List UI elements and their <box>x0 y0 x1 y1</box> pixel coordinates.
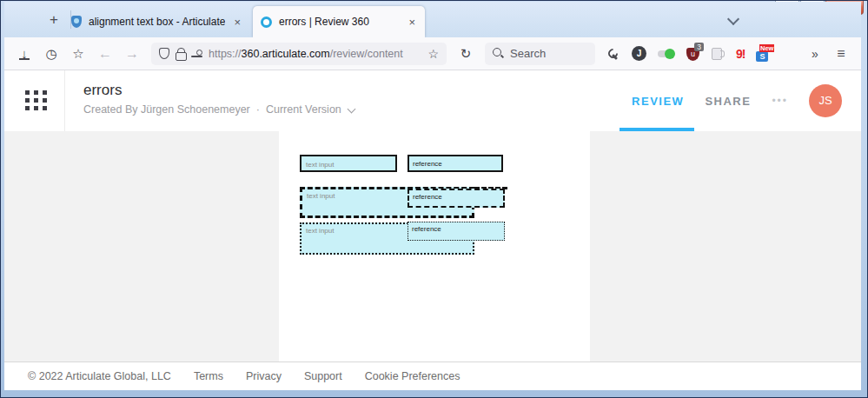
download-tray <box>19 58 30 60</box>
reference-solid: reference <box>407 155 503 172</box>
tab-strip: + alignment text box - Articulate S × er… <box>4 2 861 37</box>
snapshot-extension-icon[interactable]: S New <box>756 46 772 62</box>
overflow-chevron-icon[interactable]: » <box>806 47 822 61</box>
text-input-label: text input <box>306 227 334 235</box>
footer-link-privacy[interactable]: Privacy <box>246 370 282 382</box>
profile-j-extension-icon[interactable]: J <box>632 46 646 61</box>
created-by-text: Created By Jürgen Schoenemeyer <box>83 103 250 116</box>
page-subtitle: Created By Jürgen Schoenemeyer · Current… <box>83 103 355 116</box>
footer-link-terms[interactable]: Terms <box>194 370 223 382</box>
url-path: /review/content <box>330 48 403 60</box>
wrench-extension-icon[interactable] <box>606 47 620 61</box>
textbox-solid: text input <box>300 155 397 172</box>
more-menu-dots[interactable]: ••• <box>772 95 788 107</box>
tab-title: alignment text box - Articulate S <box>89 16 225 28</box>
footer-link-cookie-preferences[interactable]: Cookie Preferences <box>365 370 461 382</box>
reload-icon[interactable]: ↻ <box>458 46 474 62</box>
forward-icon[interactable]: → <box>124 46 140 62</box>
js-toggle-extension-icon[interactable] <box>658 49 675 59</box>
tab-title: errors | Review 360 <box>279 16 400 28</box>
downloads-icon[interactable]: ↓ <box>17 46 32 61</box>
shield-favicon-icon <box>71 16 82 28</box>
avatar[interactable]: JS <box>809 84 842 117</box>
tab-alignment-text-box[interactable]: alignment text box - Articulate S × <box>63 6 250 37</box>
mug-extension-icon[interactable] <box>712 48 725 59</box>
lock-icon[interactable] <box>176 48 185 60</box>
snapshot-s-glyph: S <box>756 51 768 62</box>
subtitle-separator: · <box>256 103 260 116</box>
reference-dotted: reference <box>407 222 505 241</box>
browser-client-area: + alignment text box - Articulate S × er… <box>4 2 861 390</box>
browser-window: + alignment text box - Articulate S × er… <box>0 0 868 398</box>
footer-link-support[interactable]: Support <box>304 370 342 382</box>
tab-review[interactable]: REVIEW <box>632 95 684 108</box>
text-input-label: text input <box>307 192 335 200</box>
text-input-label: text input <box>306 161 334 169</box>
reference-label: reference <box>413 160 442 168</box>
search-icon <box>493 48 504 59</box>
nine-extension-icon[interactable]: 9! <box>736 47 745 61</box>
review-content-area: text input reference text input referenc… <box>4 131 861 362</box>
permissions-toggle-icon[interactable] <box>191 49 202 59</box>
version-dropdown[interactable]: Current Version <box>266 103 341 116</box>
page-title: errors <box>83 82 122 99</box>
navigation-toolbar: ↓ ◷ ☆ ← → https://360.articulate.com/rev… <box>4 37 861 70</box>
search-bar[interactable] <box>485 43 595 65</box>
reference-label: reference <box>413 193 442 201</box>
copyright-text: © 2022 Articulate Global, LLC <box>28 370 171 382</box>
list-all-tabs-chevron-icon[interactable] <box>729 15 739 24</box>
ublock-badge: 3 <box>694 43 704 51</box>
tab-close-icon[interactable]: × <box>407 16 417 29</box>
url-text[interactable]: https://360.articulate.com/review/conten… <box>209 48 421 60</box>
history-icon[interactable]: ◷ <box>43 46 59 62</box>
reference-label: reference <box>412 225 441 233</box>
articulate-ring-favicon-icon <box>261 17 272 28</box>
url-domain: 360.articulate.com <box>242 48 330 60</box>
tab-errors-review360[interactable]: errors | Review 360 × <box>253 6 425 37</box>
toggle-green-dot <box>665 49 675 59</box>
header-actions: REVIEW SHARE ••• JS <box>632 70 842 131</box>
back-icon[interactable]: ← <box>97 46 113 62</box>
new-tab-button[interactable]: + <box>43 9 65 31</box>
chevron-down-icon[interactable] <box>348 106 355 114</box>
tracking-protection-shield-icon[interactable] <box>159 48 169 59</box>
tab-share[interactable]: SHARE <box>705 95 751 108</box>
review360-header: errors Created By Jürgen Schoenemeyer · … <box>4 70 861 131</box>
header-divider <box>64 70 65 131</box>
apps-grid-icon[interactable] <box>25 90 48 111</box>
search-input[interactable] <box>510 47 580 60</box>
footer: © 2022 Articulate Global, LLC Terms Priv… <box>4 362 861 390</box>
url-scheme: https:// <box>209 48 242 60</box>
bookmarks-icon[interactable]: ☆ <box>70 46 86 62</box>
ublock-extension-icon[interactable]: u 3 <box>686 46 700 62</box>
tab-close-icon[interactable]: × <box>232 16 242 29</box>
new-badge: New <box>759 44 774 52</box>
menu-hamburger-icon[interactable]: ≡ <box>833 46 849 62</box>
course-canvas: text input reference text input referenc… <box>279 131 590 362</box>
reference-dashed: reference <box>407 189 505 208</box>
url-bar[interactable]: https://360.articulate.com/review/conten… <box>151 43 447 65</box>
bookmark-star-icon[interactable]: ☆ <box>427 47 439 61</box>
